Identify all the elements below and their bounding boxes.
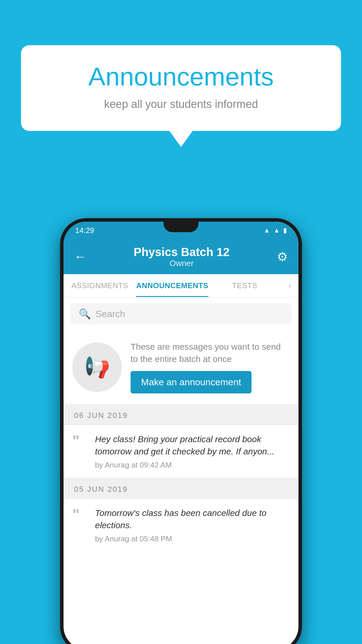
header-title-block: Physics Batch 12 Owner	[86, 246, 277, 268]
settings-icon[interactable]: ⚙	[277, 250, 288, 264]
megaphone-icon: 📢	[84, 355, 110, 379]
phone-screen: 14:29 ▲ ▲ ▮ ← Physics Batch 12 Owner ⚙ A…	[64, 222, 298, 644]
phone-frame: 14:29 ▲ ▲ ▮ ← Physics Batch 12 Owner ⚙ A…	[60, 218, 302, 644]
notch	[164, 222, 198, 232]
date-separator-1: 06 JUN 2019	[64, 406, 298, 425]
speech-bubble-card: Announcements keep all your students inf…	[21, 45, 341, 131]
announcement-icon-circle: 📢	[72, 342, 122, 392]
speech-bubble-subtitle: keep all your students informed	[44, 98, 318, 111]
speech-bubble-arrow	[169, 131, 193, 147]
status-time: 14:29	[75, 226, 94, 235]
back-button[interactable]: ←	[74, 250, 86, 264]
date-separator-2: 05 JUN 2019	[64, 480, 298, 499]
tab-tests[interactable]: TESTS	[208, 274, 281, 297]
search-container: 🔍 Search	[64, 298, 298, 330]
tab-assignments[interactable]: ASSIGNMENTS	[64, 274, 136, 297]
page-subtitle: Owner	[86, 259, 277, 268]
wifi-icon: ▲	[263, 227, 270, 234]
announcement-text-1: Hey class! Bring your practical record b…	[95, 433, 290, 470]
announcement-intro: 📢 These are messages you want to send to…	[64, 330, 298, 406]
signal-icon: ▲	[273, 227, 280, 234]
announcement-author-2: by Anurag at 05:48 PM	[95, 534, 290, 543]
tab-more[interactable]: ›	[281, 274, 298, 297]
tab-announcements[interactable]: ANNOUNCEMENTS	[136, 274, 209, 297]
quote-icon-1: "	[72, 433, 87, 448]
search-icon: 🔍	[79, 308, 91, 320]
announcement-message-1: Hey class! Bring your practical record b…	[95, 433, 290, 458]
announcement-item-2[interactable]: " Tomorrow's class has been cancelled du…	[64, 499, 298, 552]
speech-bubble-title: Announcements	[44, 63, 318, 91]
announcement-text-2: Tomorrow's class has been cancelled due …	[95, 507, 290, 543]
announcement-description: These are messages you want to send to t…	[131, 341, 290, 365]
quote-icon-2: "	[72, 507, 87, 522]
speech-bubble-container: Announcements keep all your students inf…	[21, 45, 341, 147]
make-announcement-button[interactable]: Make an announcement	[131, 371, 252, 393]
announcement-message-2: Tomorrow's class has been cancelled due …	[95, 507, 290, 531]
app-header: ← Physics Batch 12 Owner ⚙	[64, 239, 298, 274]
announcement-author-1: by Anurag at 09:42 AM	[95, 461, 290, 470]
page-title: Physics Batch 12	[86, 246, 277, 259]
status-bar: 14:29 ▲ ▲ ▮	[64, 222, 298, 239]
status-icons: ▲ ▲ ▮	[263, 227, 287, 234]
battery-icon: ▮	[283, 227, 287, 234]
announcement-item-1[interactable]: " Hey class! Bring your practical record…	[64, 425, 298, 480]
announcement-right: These are messages you want to send to t…	[131, 341, 290, 393]
search-bar[interactable]: 🔍 Search	[71, 303, 291, 324]
search-input[interactable]: Search	[96, 309, 125, 319]
tabs-bar: ASSIGNMENTS ANNOUNCEMENTS TESTS ›	[64, 274, 298, 298]
